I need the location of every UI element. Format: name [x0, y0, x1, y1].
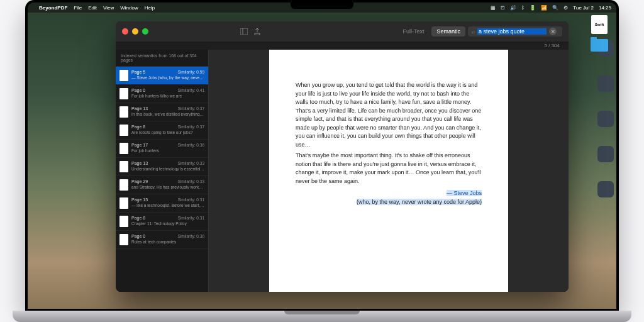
search-icon: ⌕ [472, 28, 475, 35]
result-snippet: — like a technologist. Before we start, … [131, 203, 204, 208]
sidebar-toggle-icon[interactable] [240, 28, 248, 35]
page-thumbnail-icon [119, 70, 128, 81]
volume-icon[interactable]: 🔊 [510, 5, 516, 11]
result-page: Page 15 [131, 197, 148, 202]
search-result[interactable]: Page 13Similarity: 0.37In this book, we'… [116, 103, 208, 121]
control-center-icon[interactable]: ⚙ [564, 5, 568, 11]
result-similarity: Similarity: 0.31 [177, 197, 204, 202]
document-viewer[interactable]: When you grow up, you tend to get told t… [209, 50, 569, 292]
sidebar-app-icon[interactable] [597, 75, 614, 92]
bluetooth-icon[interactable]: ᛒ [521, 5, 525, 11]
page-thumbnail-icon [119, 106, 128, 118]
search-result[interactable]: Page 5Similarity: 0.59— Steve Jobs (who,… [116, 67, 208, 85]
desktop: BeyondPDF File Edit View Window Help ▦ ⊡… [28, 3, 616, 309]
search-result[interactable]: Page 8Similarity: 0.31Chapter 11: Techno… [116, 213, 208, 231]
body-paragraph: When you grow up, you tend to get told t… [296, 81, 482, 149]
search-result[interactable]: Page 0Similarity: 0.41For job hunters Wh… [116, 85, 208, 103]
result-similarity: Similarity: 0.36 [177, 143, 204, 147]
page-thumbnail-icon [119, 234, 128, 245]
desktop-icons: Swift [589, 15, 610, 52]
page-thumbnail-icon [119, 179, 128, 191]
menubar-item-help[interactable]: Help [145, 5, 155, 11]
fulltext-mode-button[interactable]: Full-Text [397, 26, 429, 36]
result-similarity: Similarity: 0.37 [177, 106, 204, 111]
result-snippet: For job hunters Who we are [131, 94, 204, 98]
search-result[interactable]: Page 17Similarity: 0.36For job hunters [116, 140, 208, 158]
result-snippet: and Strategy. He has previously worked..… [131, 185, 204, 189]
result-page: Page 8 [131, 216, 145, 220]
sidebar-app-icon[interactable] [597, 111, 614, 127]
result-page: Page 0 [131, 88, 145, 92]
result-similarity: Similarity: 0.59 [177, 70, 204, 74]
laptop-frame: BeyondPDF File Edit View Window Help ▦ ⊡… [25, 0, 619, 322]
menubar-item-window[interactable]: Window [120, 5, 138, 11]
zoom-button[interactable] [142, 28, 148, 35]
result-similarity: Similarity: 0.33 [177, 179, 204, 184]
result-similarity: Similarity: 0.31 [177, 216, 204, 220]
app-window: Full-Text Semantic ⌕ ✕ 5 / 304 Indexed s… [116, 21, 569, 292]
search-result[interactable]: Page 0Similarity: 0.30Roles at tech comp… [116, 231, 208, 249]
attribution-note: (who, by the way, never wrote any code f… [357, 199, 482, 205]
clear-search-icon[interactable]: ✕ [549, 28, 557, 35]
menubar-time[interactable]: 14:25 [599, 5, 611, 11]
result-snippet: Chapter 11: Technology Policy [131, 221, 204, 226]
svg-rect-0 [240, 28, 248, 35]
desktop-file[interactable]: Swift [589, 15, 610, 34]
page-indicator: 5 / 304 [545, 43, 560, 48]
window-titlebar[interactable]: Full-Text Semantic ⌕ ✕ [116, 21, 569, 42]
search-input[interactable] [477, 28, 547, 35]
sidebar-app-icon[interactable] [597, 146, 614, 162]
search-result[interactable]: Page 13Similarity: 0.33Understanding tec… [116, 158, 208, 176]
result-snippet: Understanding technology is essential i.… [131, 167, 204, 171]
search-result[interactable]: Page 29Similarity: 0.33and Strategy. He … [116, 176, 208, 194]
menubar-item-file[interactable]: File [74, 5, 82, 11]
result-page: Page 13 [131, 161, 148, 165]
search-results-sidebar: Indexed semantics from 168 out of 304 pa… [116, 50, 209, 292]
export-icon[interactable] [254, 28, 260, 35]
menubar-app-name[interactable]: BeyondPDF [39, 5, 67, 11]
menubar-item-view[interactable]: View [103, 5, 114, 11]
result-page: Page 8 [131, 125, 145, 129]
result-page: Page 5 [131, 70, 145, 74]
result-page: Page 13 [131, 106, 148, 111]
dock-right [597, 40, 614, 197]
minimize-button[interactable] [132, 28, 138, 35]
menubar-item-edit[interactable]: Edit [88, 5, 97, 11]
close-button[interactable] [122, 28, 128, 35]
results-list: Page 5Similarity: 0.59— Steve Jobs (who,… [116, 67, 208, 292]
screen-bezel: BeyondPDF File Edit View Window Help ▦ ⊡… [25, 0, 619, 311]
status-icon[interactable]: ▦ [491, 5, 496, 11]
result-similarity: Similarity: 0.30 [177, 234, 204, 238]
sidebar-app-icon[interactable] [597, 181, 614, 197]
result-snippet: Roles at tech companies [131, 240, 204, 244]
page-thumbnail-icon [119, 143, 128, 154]
attribution: — Steve Jobs (who, by the way, never wro… [296, 189, 482, 206]
menubar-date[interactable]: Tue Jul 2 [573, 5, 594, 11]
page-thumbnail-icon [119, 216, 128, 227]
page-thumbnail-icon [119, 88, 128, 99]
notch [291, 3, 353, 9]
search-spotlight-icon[interactable]: 🔍 [552, 5, 558, 11]
document-icon: Swift [591, 15, 608, 34]
result-similarity: Similarity: 0.41 [177, 88, 204, 92]
search-result[interactable]: Page 15Similarity: 0.31— like a technolo… [116, 194, 208, 213]
page-thumbnail-icon [119, 197, 128, 209]
result-similarity: Similarity: 0.37 [177, 125, 204, 129]
page-thumbnail-icon [119, 161, 128, 172]
result-snippet: Are robots going to take our jobs? [131, 130, 204, 135]
pdf-page: When you grow up, you tend to get told t… [269, 50, 508, 292]
search-field[interactable]: ⌕ ✕ [468, 26, 562, 36]
search-result[interactable]: Page 8Similarity: 0.37Are robots going t… [116, 121, 208, 140]
attribution-name: — Steve Jobs [447, 190, 482, 196]
display-icon[interactable]: ⊡ [501, 5, 505, 11]
result-snippet: — Steve Jobs (who, by the way, never w..… [131, 75, 204, 80]
battery-icon[interactable]: 🔋 [530, 5, 536, 11]
wifi-icon[interactable]: 📶 [541, 5, 547, 11]
sidebar-header: Indexed semantics from 168 out of 304 pa… [116, 50, 208, 67]
folder-icon [591, 39, 608, 52]
result-snippet: For job hunters [131, 148, 204, 153]
semantic-mode-button[interactable]: Semantic [431, 26, 465, 36]
body-paragraph: That's maybe the most important thing. I… [296, 152, 482, 186]
desktop-folder[interactable] [589, 39, 610, 52]
page-thumbnail-icon [119, 125, 128, 136]
